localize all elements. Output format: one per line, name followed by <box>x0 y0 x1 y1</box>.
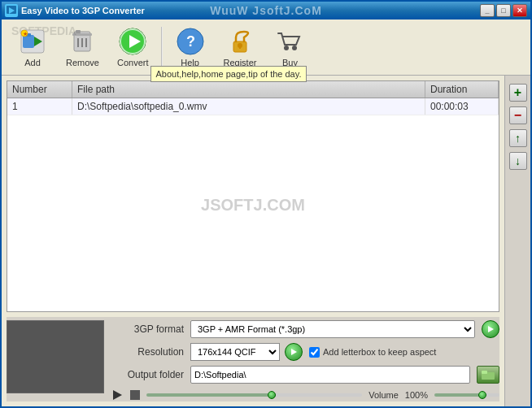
svg-rect-3 <box>23 35 34 48</box>
svg-point-24 <box>292 46 297 50</box>
output-input[interactable] <box>190 366 470 384</box>
play-button[interactable] <box>111 388 124 401</box>
playback-thumb[interactable] <box>268 391 276 399</box>
cell-duration: 00:00:03 <box>425 98 499 115</box>
svg-point-23 <box>284 46 289 50</box>
format-green-btn[interactable] <box>482 320 499 338</box>
format-row: 3GP format 3GP + AMR Format (*.3gp) <box>111 320 499 338</box>
stop-button[interactable] <box>130 390 140 400</box>
file-table: Number File path Duration 1 D:\Softpedia… <box>7 80 499 312</box>
output-row: Output folder <box>111 366 499 384</box>
main-window: Easy Video to 3GP Converter WuuW JsoftJ.… <box>0 0 532 408</box>
svg-text:★: ★ <box>23 31 28 37</box>
side-panel: + − ↑ ↓ <box>504 76 530 406</box>
svg-rect-9 <box>76 30 81 33</box>
register-button[interactable]: Register <box>215 23 266 72</box>
buy-icon <box>275 27 304 56</box>
svg-rect-10 <box>72 33 92 36</box>
volume-label: Volume <box>368 390 399 400</box>
svg-text:?: ? <box>186 33 195 50</box>
bottom-settings-panel: 3GP format 3GP + AMR Format (*.3gp) Reso… <box>7 317 499 401</box>
register-icon <box>225 27 255 56</box>
format-select[interactable]: 3GP + AMR Format (*.3gp) <box>190 320 475 338</box>
app-icon <box>5 4 18 17</box>
watermark-top: WuuW JsoftJ.CoM <box>210 4 322 17</box>
minimize-button[interactable]: _ <box>480 4 495 17</box>
resolution-green-btn[interactable] <box>285 343 303 361</box>
table-header: Number File path Duration <box>7 81 499 98</box>
remove-label: Remove <box>66 58 99 67</box>
col-number: Number <box>7 81 72 98</box>
volume-thumb[interactable] <box>478 391 486 399</box>
resolution-select[interactable]: 176x144 QCIF <box>190 343 280 361</box>
convert-icon <box>118 27 147 56</box>
toolbar: SOFTPEDIA ★ Add <box>2 20 530 76</box>
browse-folder-button[interactable] <box>477 366 499 384</box>
col-duration: Duration <box>425 81 499 98</box>
window-controls: _ □ ✕ <box>480 4 527 17</box>
volume-slider[interactable] <box>434 393 499 397</box>
side-up-button[interactable]: ↑ <box>509 129 527 147</box>
col-filepath: File path <box>72 81 425 98</box>
svg-rect-22 <box>239 46 241 49</box>
remove-icon <box>68 27 97 56</box>
volume-value: 100% <box>405 390 428 400</box>
side-remove-button[interactable]: − <box>509 106 527 124</box>
letterbox-checkbox-label[interactable]: Add letterbox to keep aspect <box>309 347 436 358</box>
convert-label: Convert <box>117 58 149 67</box>
playback-slider[interactable] <box>146 393 362 397</box>
maximize-button[interactable]: □ <box>496 4 511 17</box>
table-watermark: JSOFTJ.COM <box>201 195 305 214</box>
svg-rect-28 <box>482 371 487 374</box>
toolbar-separator <box>161 27 163 67</box>
add-label: Add <box>24 58 41 67</box>
cell-number: 1 <box>7 98 72 115</box>
side-down-button[interactable]: ↓ <box>509 152 527 170</box>
video-preview <box>7 320 104 393</box>
help-button[interactable]: ? Help About,help,home page,tip of the d… <box>166 23 215 72</box>
svg-marker-25 <box>488 326 494 332</box>
remove-button[interactable]: Remove <box>57 23 108 72</box>
main-panel: Number File path Duration 1 D:\Softpedia… <box>2 76 504 406</box>
svg-marker-26 <box>291 349 297 355</box>
letterbox-checkbox[interactable] <box>309 347 320 358</box>
resolution-label: Resolution <box>111 346 184 358</box>
format-label: 3GP format <box>111 323 184 335</box>
add-icon: ★ <box>18 27 47 56</box>
table-row[interactable]: 1 D:\Softpedia\softpedia_0.wmv 00:00:03 <box>7 98 499 115</box>
content-area: Number File path Duration 1 D:\Softpedia… <box>2 76 530 406</box>
close-button[interactable]: ✕ <box>512 4 527 17</box>
settings-area: 3GP format 3GP + AMR Format (*.3gp) Reso… <box>111 320 499 401</box>
resolution-row: Resolution 176x144 QCIF <box>111 343 499 361</box>
svg-marker-29 <box>113 390 122 400</box>
output-label: Output folder <box>111 369 184 380</box>
window-title: Easy Video to 3GP Converter <box>21 6 145 15</box>
letterbox-label: Add letterbox to keep aspect <box>323 347 436 357</box>
convert-button[interactable]: Convert <box>108 23 158 72</box>
table-body: 1 D:\Softpedia\softpedia_0.wmv 00:00:03 … <box>7 98 499 310</box>
title-bar: Easy Video to 3GP Converter WuuW JsoftJ.… <box>2 2 530 20</box>
help-tooltip: About,help,home page,tip of the day. <box>150 66 307 82</box>
help-icon: ? <box>176 27 205 56</box>
add-button[interactable]: ★ Add <box>8 23 57 72</box>
cell-filepath: D:\Softpedia\softpedia_0.wmv <box>72 98 425 115</box>
side-add-button[interactable]: + <box>509 84 527 102</box>
playback-row: Volume 100% <box>111 388 499 401</box>
buy-button[interactable]: Buy <box>265 23 314 72</box>
